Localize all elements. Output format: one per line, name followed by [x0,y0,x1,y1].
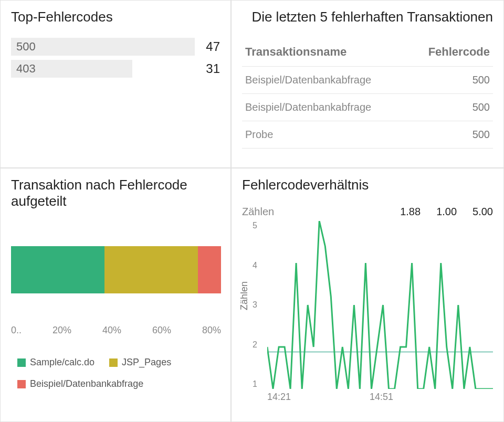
legend-swatch [17,358,26,367]
error-code-count: 47 [195,39,220,54]
y-axis-ticks: 54321 [253,221,257,389]
panel-title: Die letzten 5 fehlerhaften Transaktionen [242,9,493,25]
error-code-count: 31 [195,61,220,76]
legend-swatch [109,358,118,367]
stacked-bar-chart [11,241,221,299]
error-code-bar: 403 [11,60,132,78]
line-chart: 54321 Zählen 14:2114:51 [242,221,493,399]
x-axis-ticks: 0..20%40%60%80% [11,325,221,336]
y-tick: 5 [253,221,257,230]
tx-name: Beispiel/Datenbankabfrage [245,74,371,86]
chart-legend: Sample/calc.doJSP_PagesBeispiel/Datenban… [11,357,220,389]
recent-tx-table: Transaktionsname Fehlercode Beispiel/Dat… [242,38,493,149]
error-code-row[interactable]: 40331 [11,60,220,78]
table-row[interactable]: Beispiel/Datenbankabfrage500 [242,67,493,94]
line-chart-svg [267,221,493,389]
stack-segment[interactable] [198,246,221,293]
table-row[interactable]: Beispiel/Datenbankabfrage500 [242,94,493,121]
stack-segment[interactable] [11,246,104,293]
legend-label: Beispiel/Datenbankabfrage [30,378,143,389]
legend-label: Sample/calc.do [30,357,94,368]
tx-code: 500 [472,101,490,113]
chart-stats: Zählen 1.88 1.00 5.00 [242,206,493,218]
error-code-bar: 500 [11,38,195,56]
legend-item[interactable]: JSP_Pages [109,357,171,368]
legend-item[interactable]: Beispiel/Datenbankabfrage [17,378,143,389]
recent-failed-tx-panel: Die letzten 5 fehlerhaften Transaktionen… [231,0,504,168]
stat-max: 5.00 [472,206,493,218]
tx-code: 500 [472,74,490,86]
col-name: Transaktionsname [245,45,346,59]
panel-title: Transaktion nach Fehlercode aufgeteilt [11,177,220,209]
error-ratio-panel: Fehlercodeverhältnis Zählen 1.88 1.00 5.… [231,168,504,422]
tx-code: 500 [472,129,490,141]
table-header: Transaktionsname Fehlercode [242,38,493,67]
x-axis-ticks: 14:2114:51 [267,392,493,403]
top-error-codes-panel: Top-Fehlercodes 5004740331 [0,0,231,168]
tx-split-panel: Transaktion nach Fehlercode aufgeteilt 0… [0,168,231,422]
y-tick: 2 [253,340,257,350]
panel-title: Fehlercodeverhältnis [242,177,493,193]
tx-name: Beispiel/Datenbankabfrage [245,101,371,113]
y-tick: 1 [253,379,257,389]
x-tick: 80% [202,325,221,336]
tx-name: Probe [245,129,273,141]
x-tick: 20% [52,325,71,336]
count-label: Zählen [242,206,274,218]
x-tick: 40% [102,325,121,336]
stat-min: 1.00 [436,206,457,218]
col-code: Fehlercode [428,45,490,59]
panel-title: Top-Fehlercodes [11,9,220,25]
y-tick: 3 [253,300,257,310]
legend-item[interactable]: Sample/calc.do [17,357,94,368]
x-tick: 14:21 [267,392,291,403]
error-code-row[interactable]: 50047 [11,38,220,56]
legend-label: JSP_Pages [122,357,171,368]
y-tick: 4 [253,261,257,270]
y-axis-label: Zählen [239,281,250,310]
stat-mean: 1.88 [400,206,421,218]
x-tick: 14:51 [370,392,393,403]
table-row[interactable]: Probe500 [242,121,493,149]
line-series [267,221,493,389]
x-tick: 0.. [11,325,22,336]
legend-swatch [17,380,26,388]
stack-segment[interactable] [104,246,198,293]
x-tick: 60% [152,325,171,336]
